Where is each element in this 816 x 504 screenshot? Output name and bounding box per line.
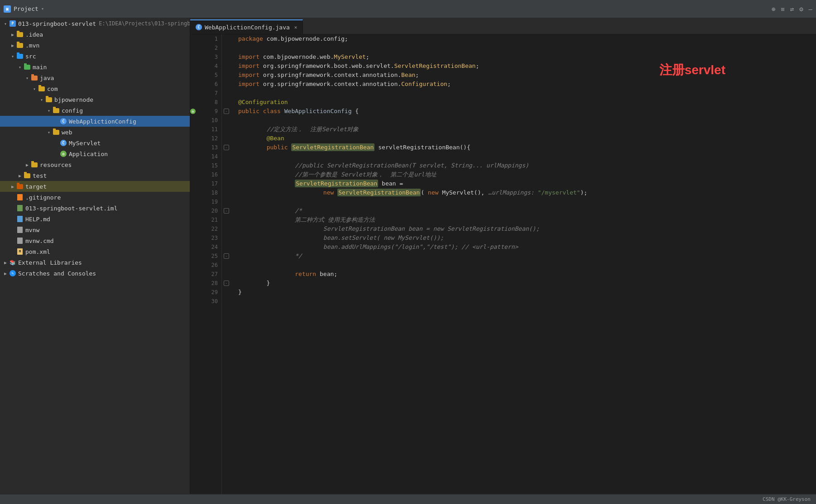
tree-icon-test [24, 172, 31, 179]
gutter-fold-25[interactable]: - [222, 252, 231, 261]
sidebar-item-config[interactable]: ▾config [0, 105, 190, 116]
code-line-30 [238, 297, 809, 306]
line-number-4: 4 [203, 62, 218, 71]
tree-arrow-mvnwcmd[interactable] [9, 237, 16, 244]
settings-icon[interactable]: ⚙ [799, 5, 803, 13]
tree-icon-bjpowernode [45, 96, 53, 103]
tree-arrow-src[interactable]: ▾ [9, 52, 16, 60]
line-number-30: 30 [203, 297, 218, 306]
tree-arrow-test[interactable]: ▶ [16, 172, 24, 179]
tree-label-test: test [33, 172, 47, 179]
tree-arrow-mvn[interactable]: ▶ [9, 42, 16, 49]
sidebar-item-test[interactable]: ▶test [0, 170, 190, 181]
tree-arrow-scratches[interactable]: ▶ [2, 270, 9, 277]
code-line-25: */ [238, 252, 809, 261]
sidebar-item-externals[interactable]: ▶📚External Libraries [0, 257, 190, 268]
tree-icon-gitignore [16, 194, 24, 201]
tree-arrow-web[interactable]: ▾ [45, 128, 53, 136]
tree-arrow-target[interactable]: ▶ [9, 183, 16, 190]
code-line-3: import com.bjpowernode.web.MyServlet; [238, 52, 809, 62]
tree-arrow-helpmd[interactable] [9, 215, 16, 223]
sidebar-item-pomxml[interactable]: Mpom.xml [0, 246, 190, 257]
tree-label-root: 013-springboot-servlet [18, 20, 96, 27]
title-bar-project-label[interactable]: Project [14, 5, 38, 12]
gutter-marker-13 [190, 143, 199, 152]
tree-arrow-resources[interactable]: ▶ [24, 161, 31, 168]
gutter-fold-20[interactable]: - [222, 206, 231, 215]
tree-icon-config [53, 107, 60, 114]
gutter-marker-19 [190, 197, 199, 206]
tree-arrow-externals[interactable]: ▶ [2, 259, 9, 266]
sidebar-item-iml[interactable]: 013-springboot-servlet.iml [0, 203, 190, 214]
structure-icon[interactable]: ≡ [781, 5, 784, 13]
gutter-fold-9[interactable]: - [222, 107, 231, 116]
gutter-marker-9[interactable]: ✿ [190, 107, 199, 116]
line-number-24: 24 [203, 242, 218, 252]
gutter-fold-13[interactable]: - [222, 143, 231, 152]
sidebar-item-root[interactable]: ▾P013-springboot-servletE:\IDEA\Projects… [0, 18, 190, 29]
title-bar-left: ▣ Project ▾ [4, 5, 194, 13]
tree-arrow-root[interactable]: ▾ [2, 20, 9, 27]
minimize-icon[interactable]: – [809, 5, 812, 13]
tree-icon-mvn [16, 42, 24, 49]
line-number-23: 23 [203, 233, 218, 242]
sidebar-item-target[interactable]: ▶target [0, 181, 190, 192]
gutter-fold-28[interactable]: - [222, 279, 231, 288]
sidebar-item-mvn[interactable]: ▶.mvn [0, 40, 190, 51]
sidebar-item-MyServlet[interactable]: CMyServlet [0, 138, 190, 148]
line-number-27: 27 [203, 270, 218, 279]
sidebar-item-mvnw[interactable]: mvnw [0, 224, 190, 235]
tree-icon-target [16, 183, 24, 190]
code-line-1: package com.bjpowernode.config; [238, 34, 809, 43]
gutter-fold-23 [222, 233, 231, 242]
tree-arrow-java[interactable]: ▾ [24, 74, 31, 81]
tree-arrow-mvnw[interactable] [9, 226, 16, 233]
sidebar-item-idea[interactable]: ▶.idea [0, 29, 190, 40]
tree-arrow-gitignore[interactable] [9, 194, 16, 201]
tree-arrow-Application[interactable] [53, 150, 60, 157]
code-editor[interactable]: ✿ 12345678910111213141516171819202122232… [190, 34, 816, 494]
tree-arrow-pomxml[interactable] [9, 248, 16, 255]
sidebar-item-main[interactable]: ▾main [0, 62, 190, 72]
sidebar-item-resources[interactable]: ▶resources [0, 159, 190, 170]
gutter-fold-6 [222, 80, 231, 89]
tree-arrow-config[interactable]: ▾ [45, 107, 53, 114]
tree-label-config: config [62, 107, 83, 114]
code-line-15: //public ServletRegistrationBean(T servl… [238, 161, 809, 170]
project-dropdown-arrow[interactable]: ▾ [41, 6, 44, 12]
tree-arrow-iml[interactable] [9, 204, 16, 212]
sidebar-item-gitignore[interactable]: .gitignore [0, 192, 190, 203]
tab-close-button[interactable]: ✕ [294, 24, 298, 30]
sidebar-item-scratches[interactable]: ▶✎Scratches and Consoles [0, 268, 190, 279]
line-number-7: 7 [203, 89, 218, 98]
navigate-icon[interactable]: ⊕ [772, 5, 775, 13]
title-bar: ▣ Project ▾ ⊕ ≡ ⇄ ⚙ – [0, 0, 816, 18]
tree-arrow-bjpowernode[interactable]: ▾ [38, 96, 45, 103]
sidebar-item-mvnwcmd[interactable]: mvnw.cmd [0, 235, 190, 246]
sidebar: ▾P013-springboot-servletE:\IDEA\Projects… [0, 18, 190, 494]
sidebar-item-com[interactable]: ▾com [0, 83, 190, 94]
tab-webapplictionconfig[interactable]: C WebApplictionConfig.java ✕ [190, 19, 303, 34]
sidebar-item-java[interactable]: ▾java [0, 72, 190, 83]
gutter-fold: ----- [222, 34, 231, 494]
split-icon[interactable]: ⇄ [790, 5, 794, 13]
sidebar-item-web[interactable]: ▾web [0, 127, 190, 138]
code-line-6: import org.springframework.context.annot… [238, 80, 809, 89]
tree-arrow-WebApplictionConfig[interactable] [53, 118, 60, 125]
code-line-2 [238, 43, 809, 52]
tree-arrow-MyServlet[interactable] [53, 139, 60, 147]
sidebar-item-Application[interactable]: ✿Application [0, 148, 190, 159]
tree-arrow-com[interactable]: ▾ [31, 85, 38, 92]
sidebar-item-WebApplictionConfig[interactable]: CWebApplictionConfig [0, 116, 190, 127]
tree-arrow-main[interactable]: ▾ [16, 63, 24, 71]
sidebar-item-helpmd[interactable]: HELP.md [0, 214, 190, 224]
gutter-fold-30 [222, 297, 231, 306]
sidebar-item-bjpowernode[interactable]: ▾bjpowernode [0, 94, 190, 105]
status-credit: CSDN @KK-Greyson [763, 496, 811, 502]
code-line-13: public ServletRegistrationBean servletRe… [238, 143, 809, 152]
gutter-marker-21 [190, 215, 199, 224]
line-number-20: 20 [203, 206, 218, 215]
tree-arrow-idea[interactable]: ▶ [9, 31, 16, 38]
gutter-fold-4 [222, 62, 231, 71]
sidebar-item-src[interactable]: ▾src [0, 51, 190, 62]
